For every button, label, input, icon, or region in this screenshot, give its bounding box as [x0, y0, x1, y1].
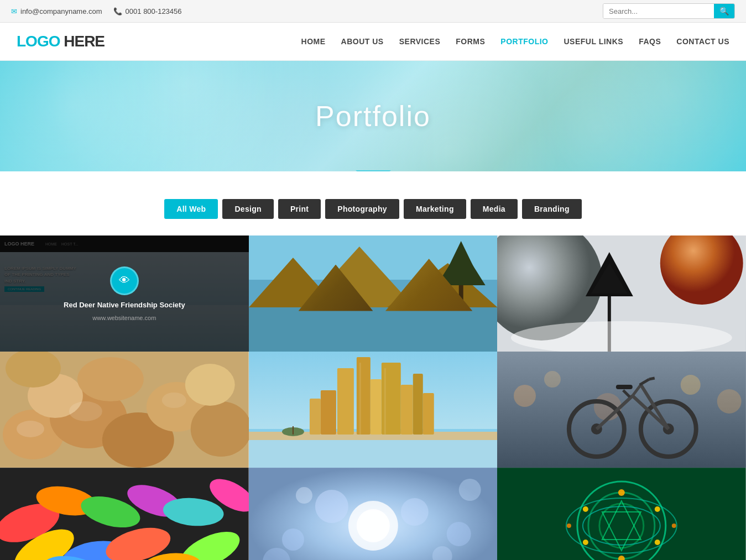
logo-dark-part: HERE — [60, 33, 105, 50]
search-icon: 🔍 — [719, 7, 729, 15]
nav-services[interactable]: SERVICES — [399, 37, 441, 46]
svg-point-83 — [400, 498, 428, 526]
overlay-url: www.websitename.com — [92, 315, 156, 321]
svg-point-28 — [162, 392, 186, 408]
filter-marketing[interactable]: Marketing — [404, 199, 466, 219]
top-bar: ✉ info@companyname.com 📞 0001 800-123456… — [0, 0, 746, 23]
top-bar-right: 🔍 — [603, 3, 735, 19]
eye-icon: 👁 — [119, 274, 130, 287]
portfolio-item-6[interactable] — [497, 352, 746, 468]
svg-point-102 — [567, 524, 571, 528]
top-bar-left: ✉ info@companyname.com 📞 0001 800-123456 — [11, 7, 182, 15]
svg-point-99 — [655, 540, 660, 545]
main-nav: HOME ABOUT US SERVICES FORMS PORTFOLIO U… — [301, 37, 729, 46]
mountain-svg — [249, 235, 498, 352]
space-svg — [497, 235, 746, 352]
feathers-svg — [0, 468, 249, 560]
portfolio-item-5[interactable] — [249, 352, 498, 468]
email-contact: ✉ info@companyname.com — [11, 7, 102, 15]
svg-point-85 — [446, 522, 471, 546]
svg-point-87 — [296, 487, 312, 504]
nav-home[interactable]: HOME — [301, 37, 326, 46]
bicycle-svg — [497, 352, 746, 468]
svg-line-63 — [649, 378, 655, 379]
filter-bar: All Web Design Print Photography Marketi… — [0, 171, 746, 235]
view-icon: 👁 — [110, 266, 139, 295]
email-icon: ✉ — [11, 7, 17, 15]
search-input[interactable] — [603, 4, 714, 18]
svg-point-88 — [458, 479, 481, 501]
portfolio-grid: LOGO HERE HOME HOST T... LOREM IPSUM IS … — [0, 235, 746, 560]
phone-icon: 📞 — [113, 7, 122, 15]
portfolio-item-3[interactable] — [497, 235, 746, 352]
nav-contact[interactable]: CONTACT US — [676, 37, 729, 46]
email-address: info@companyname.com — [20, 7, 102, 15]
svg-rect-41 — [422, 393, 434, 435]
filter-photography[interactable]: Photography — [325, 199, 399, 219]
svg-point-27 — [69, 401, 102, 421]
filter-media[interactable]: Media — [471, 199, 518, 219]
svg-point-49 — [544, 371, 561, 388]
svg-point-51 — [681, 375, 701, 395]
svg-rect-65 — [616, 385, 633, 389]
filter-branding[interactable]: Branding — [522, 199, 582, 219]
svg-point-24 — [77, 357, 144, 401]
svg-rect-40 — [310, 399, 321, 435]
portfolio-item-4[interactable] — [0, 352, 249, 468]
fractal-svg — [497, 468, 746, 560]
nav-about[interactable]: ABOUT US — [341, 37, 384, 46]
nav-useful-links[interactable]: USEFUL LINKS — [564, 37, 624, 46]
svg-rect-34 — [357, 357, 371, 435]
svg-point-48 — [514, 385, 536, 407]
svg-point-96 — [583, 506, 588, 512]
hero-banner: Portfolio — [0, 61, 746, 171]
rocks-svg — [0, 352, 249, 468]
svg-point-84 — [282, 528, 304, 551]
svg-rect-43 — [384, 368, 385, 435]
portfolio-item-8[interactable] — [249, 468, 498, 560]
portfolio-item-7[interactable] — [0, 468, 249, 560]
svg-rect-39 — [321, 390, 336, 435]
svg-point-103 — [672, 524, 676, 528]
svg-point-52 — [717, 389, 742, 414]
svg-point-100 — [618, 489, 625, 496]
bokeh-svg — [249, 468, 498, 560]
filter-design[interactable]: Design — [222, 199, 273, 219]
search-box[interactable]: 🔍 — [603, 3, 735, 19]
city-svg — [249, 352, 498, 468]
logo: LOGO HERE — [17, 33, 105, 50]
svg-rect-33 — [337, 368, 354, 435]
header: LOGO HERE HOME ABOUT US SERVICES FORMS P… — [0, 23, 746, 61]
svg-point-98 — [583, 540, 588, 545]
hero-arrow — [356, 170, 391, 171]
nav-faqs[interactable]: FAQS — [639, 37, 661, 46]
overlay-title: Red Deer Native Friendship Society — [64, 301, 185, 309]
portfolio-item-2[interactable] — [249, 235, 498, 352]
svg-point-26 — [17, 421, 44, 437]
svg-rect-38 — [413, 374, 422, 435]
svg-rect-47 — [497, 352, 746, 468]
filter-print[interactable]: Print — [278, 199, 321, 219]
phone-contact: 📞 0001 800-123456 — [113, 7, 182, 15]
phone-number: 0001 800-123456 — [126, 7, 182, 15]
website-thumbnail: LOGO HERE HOME HOST T... LOREM IPSUM IS … — [0, 235, 249, 352]
portfolio-item-1[interactable]: LOGO HERE HOME HOST T... LOREM IPSUM IS … — [0, 235, 249, 352]
portfolio-overlay-1[interactable]: 👁 Red Deer Native Friendship Society www… — [0, 235, 249, 352]
svg-rect-42 — [359, 363, 361, 435]
nav-forms[interactable]: FORMS — [456, 37, 485, 46]
svg-point-97 — [655, 506, 660, 512]
svg-rect-35 — [370, 379, 381, 435]
hero-title: Portfolio — [315, 100, 431, 133]
filter-all-web[interactable]: All Web — [164, 199, 218, 219]
svg-rect-5 — [249, 307, 498, 352]
nav-portfolio[interactable]: PORTFOLIO — [500, 37, 548, 46]
svg-point-81 — [357, 509, 390, 542]
svg-point-82 — [315, 490, 348, 523]
svg-point-23 — [185, 364, 235, 406]
search-button[interactable]: 🔍 — [714, 4, 734, 18]
svg-point-22 — [191, 401, 249, 457]
svg-rect-45 — [293, 426, 294, 435]
portfolio-item-9[interactable] — [497, 468, 746, 560]
svg-rect-37 — [400, 385, 413, 435]
logo-color-part: LOGO — [17, 33, 60, 50]
